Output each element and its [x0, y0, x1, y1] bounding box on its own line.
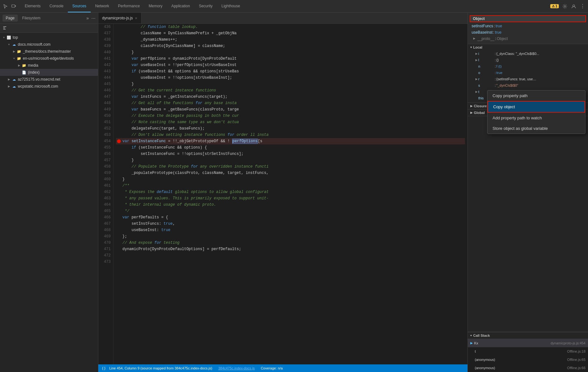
code-line-453[interactable]: // Don't allow setting instance function…	[116, 132, 465, 138]
scope-prop-i[interactable]: ▶ i : {_dynClass: "_dynCls$t$0...	[474, 50, 588, 57]
object-prop-setInstFuncs[interactable]: setInstFuncs : true	[468, 23, 588, 29]
tab-application[interactable]: Application	[167, 0, 194, 12]
editor-tab-dynamicproto[interactable]: dynamicproto-js.js ✕	[98, 13, 141, 23]
code-line-468[interactable]: useBaseInst: true	[116, 227, 465, 233]
call-stack-row-kx[interactable]: ▶ Kx dynamicproto-js.js:454	[468, 339, 588, 347]
code-line-466[interactable]: var perfDefaults = {	[116, 214, 465, 221]
code-text-470: // And expose for testing	[122, 240, 180, 246]
scope-header-local[interactable]: ▾ Local	[468, 44, 588, 50]
tree-item-media[interactable]: ▶ 📁 media	[0, 62, 98, 69]
source-map-link[interactable]: 384c475c.index-docs.js	[218, 366, 255, 370]
scope-prop-n[interactable]: ▶ n : f (t)	[474, 63, 588, 70]
tab-console[interactable]: Console	[45, 0, 68, 12]
sidebar-options-btn[interactable]: ⋯	[91, 16, 95, 21]
code-line-437[interactable]: className = DynClassNamePrefix + _getObj…	[116, 30, 465, 37]
code-line-448[interactable]: // Get all of the functions for any base…	[116, 100, 465, 106]
code-content[interactable]: // function table lookup. className = Dy…	[114, 24, 467, 364]
more-icon[interactable]: ⋮	[580, 3, 585, 9]
context-menu-copy-object[interactable]: Copy object	[487, 101, 585, 113]
scope-prop-s[interactable]: ▶ s : "_dynCls$t$0"	[474, 82, 588, 89]
code-line-441[interactable]: var perfOptions = dynamicProto[DynProtoD…	[116, 56, 465, 62]
collapse-all-btn[interactable]	[1, 25, 8, 32]
tree-arrow-en-us: ▾	[11, 56, 16, 61]
object-header: Object	[470, 15, 586, 22]
code-area[interactable]: 4364374384394404414424434444454464474484…	[98, 24, 467, 364]
code-line-464[interactable]: * their internal usage of dynamic proto.	[116, 202, 465, 208]
call-stack-row-t[interactable]: t Offline.js:18	[468, 347, 588, 355]
code-line-452[interactable]: delegateFunc(target, baseFuncs);	[116, 125, 465, 132]
settings-icon[interactable]	[562, 3, 568, 9]
profile-icon[interactable]	[571, 3, 577, 9]
scope-prop-r[interactable]: ▶ r : {setInstFuncs: true, use…	[474, 76, 588, 82]
code-line-443[interactable]: if (useBaseInst && options && options[st…	[116, 68, 465, 75]
code-line-440[interactable]: }	[116, 49, 465, 56]
code-line-470[interactable]: // And expose for testing	[116, 240, 465, 246]
sidebar-more-btn[interactable]: »	[86, 16, 89, 21]
tab-sources[interactable]: Sources	[68, 0, 91, 12]
code-line-463[interactable]: * any passed values. This is primarily e…	[116, 195, 465, 202]
tree-item-docs-microsoft[interactable]: ▾ ☁ docs.microsoft.com	[0, 41, 98, 48]
code-line-449[interactable]: var baseFuncs = _getBaseFuncs(classProto…	[116, 106, 465, 113]
scope-prop-o[interactable]: ▶ o : true	[474, 70, 588, 76]
code-line-447[interactable]: var instFuncs = _getInstanceFuncs(target…	[116, 94, 465, 100]
code-line-457[interactable]: }	[116, 157, 465, 163]
code-line-442[interactable]: var useBaseInst = !!perfOptions[strUseBa…	[116, 62, 465, 68]
scope-expand-l[interactable]: ▶	[475, 57, 478, 63]
tree-item-themes[interactable]: ▶ 📁 _themes/docs.theme/master	[0, 48, 98, 55]
scope-expand-r[interactable]: ▶	[475, 76, 478, 82]
code-line-458[interactable]: // Populate the Prototype for any overri…	[116, 163, 465, 170]
code-line-450[interactable]: // Execute the delegate passing in both …	[116, 113, 465, 119]
call-stack-header[interactable]: ▾ Call Stack	[468, 332, 588, 339]
code-text-467: setInstFuncs: true,	[122, 221, 175, 227]
device-icon[interactable]	[11, 3, 16, 9]
context-menu-store-global[interactable]: Store object as global variable	[487, 123, 585, 134]
code-line-436[interactable]: // function table lookup.	[116, 24, 465, 30]
context-menu-copy-property-path[interactable]: Copy property path	[487, 90, 585, 101]
sidebar-tab-page[interactable]: Page	[3, 15, 18, 22]
cursor-icon[interactable]	[3, 3, 8, 9]
sidebar-tab-filesystem[interactable]: Filesystem	[19, 15, 43, 22]
tab-security[interactable]: Security	[194, 0, 217, 12]
code-line-456[interactable]: setInstanceFunc = !!options[strSetInstFu…	[116, 151, 465, 157]
context-menu-add-watch[interactable]: Add property path to watch	[487, 113, 585, 123]
tab-network[interactable]: Network	[91, 0, 114, 12]
code-line-469[interactable]: };	[116, 233, 465, 240]
call-stack-row-anon1[interactable]: (anonymous) Offline.js:65	[468, 355, 588, 364]
code-line-460[interactable]: }	[116, 176, 465, 183]
code-text-445: }	[122, 81, 134, 87]
code-line-451[interactable]: // Note casting the same type as we don'…	[116, 119, 465, 125]
code-line-438[interactable]: _dynamicNames++;	[116, 37, 465, 43]
code-line-445[interactable]: }	[116, 81, 465, 87]
scope-prop-l[interactable]: ▶ l : {}	[474, 57, 588, 63]
object-prop-useBaseInst[interactable]: useBaseInst : true	[468, 29, 588, 36]
code-line-459[interactable]: _populatePrototype(classProto, className…	[116, 170, 465, 176]
code-line-439[interactable]: classProto[DynClassName] = className;	[116, 43, 465, 49]
tree-item-wcpstatic[interactable]: ▶ ☁ wcpstatic.microsoft.com	[0, 83, 98, 90]
code-line-444[interactable]: useBaseInst = !!options[strUseBaseInst];	[116, 75, 465, 81]
code-text-448: // Get all of the functions for any base…	[122, 100, 237, 106]
editor-tab-close[interactable]: ✕	[135, 17, 137, 20]
tree-item-az725175[interactable]: ▶ ☁ az725175.vo.msecnd.net	[0, 76, 98, 83]
code-line-471[interactable]: dynamicProto[DynProtoDefaultOptions] = p…	[116, 246, 465, 252]
code-line-454[interactable]: var setInstanceFunc = !!_objGetPrototype…	[116, 138, 465, 144]
tab-memory[interactable]: Memory	[144, 0, 167, 12]
call-stack-row-anon2[interactable]: (anonymous) Offline.js:66	[468, 364, 588, 372]
code-line-462[interactable]: * Exposes the default global options to …	[116, 189, 465, 195]
code-line-465[interactable]: */	[116, 208, 465, 214]
tab-elements[interactable]: Elements	[20, 0, 45, 12]
code-line-455[interactable]: if (setInstanceFunc && options) {	[116, 144, 465, 151]
editor-area: dynamicproto-js.js ✕ 4364374384394404414…	[98, 13, 467, 372]
tab-performance[interactable]: Performance	[114, 0, 144, 12]
scope-expand-i[interactable]: ▶	[475, 51, 478, 56]
code-line-461[interactable]: /**	[116, 183, 465, 189]
tree-item-index[interactable]: ▶ 📄 (index)	[0, 69, 98, 76]
code-line-467[interactable]: setInstFuncs: true,	[116, 221, 465, 227]
scope-title-local: Local	[473, 45, 482, 49]
object-prop-proto[interactable]: ▶ __proto__ : Object	[468, 36, 588, 42]
tree-item-top[interactable]: ▾ ⬜ top	[0, 34, 98, 41]
code-line-446[interactable]: // Get the current instance functions	[116, 87, 465, 94]
tab-lighthouse[interactable]: Lighthouse	[217, 0, 245, 12]
tree-item-en-us[interactable]: ▾ 📁 en-us/microsoft-edge/devtools	[0, 55, 98, 62]
warning-badge[interactable]: ⚠ 1	[550, 4, 559, 8]
scope-expand-t[interactable]: ▶	[475, 89, 478, 95]
